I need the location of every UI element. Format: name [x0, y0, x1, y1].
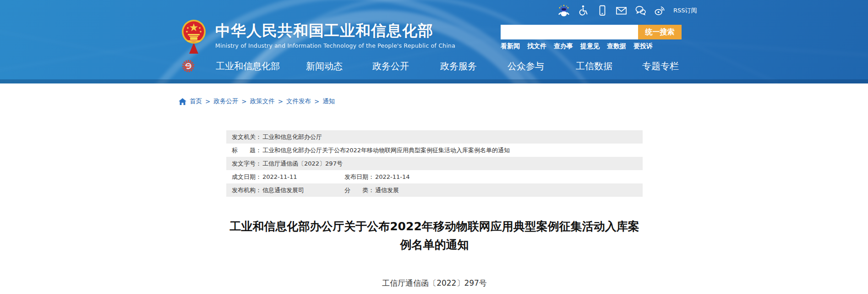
- header-bottom-strip: [0, 79, 868, 83]
- unified-search-button[interactable]: 统一搜索: [638, 25, 682, 39]
- site-title-cn: 中华人民共和国工业和信息化部: [215, 22, 455, 39]
- miit-e-logo-icon: [182, 60, 195, 72]
- wechat-icon[interactable]: [635, 5, 646, 17]
- breadcrumb-separator: >: [205, 98, 210, 105]
- topbar-utility-icons: RSS订阅: [558, 5, 697, 17]
- site-header: 中华人民共和国工业和信息化部 Ministry of Industry and …: [0, 0, 868, 83]
- document-meta-table: 发文机关：工业和信息化部办公厅 标 题：工业和信息化部办公厅关于公布2022年移…: [226, 130, 643, 197]
- nav-item-public-participation[interactable]: 公众参与: [508, 60, 544, 72]
- ai-assistant-mascot-icon[interactable]: [558, 5, 569, 17]
- breadcrumb-separator: >: [278, 98, 283, 105]
- breadcrumb-file-release[interactable]: 文件发布: [286, 97, 311, 105]
- site-logo-link[interactable]: 中华人民共和国工业和信息化部 Ministry of Industry and …: [215, 22, 455, 49]
- main-navigation: 工业和信息化部 新闻动态 政务公开 政务服务 公众参与 工信数据 专题专栏: [0, 59, 868, 77]
- meta-value: 2022-11-11: [262, 173, 297, 180]
- meta-row-issuing-agency: 发文机关：工业和信息化部办公厅: [226, 130, 643, 144]
- mail-icon[interactable]: [616, 5, 627, 17]
- mobile-icon[interactable]: [596, 5, 608, 17]
- quick-link-data[interactable]: 查数据: [607, 42, 626, 50]
- breadcrumb-policy-files[interactable]: 政策文件: [250, 97, 275, 105]
- rss-subscribe-link[interactable]: RSS订阅: [673, 6, 697, 15]
- quick-link-news[interactable]: 看新闻: [501, 42, 520, 50]
- meta-value: 工信厅通信函〔2022〕297号: [262, 160, 343, 167]
- meta-row-publisher-category: 发布机构：信息通信发展司 分 类：通信发展: [226, 183, 643, 197]
- breadcrumb-notice[interactable]: 通知: [322, 97, 335, 105]
- meta-label: 发布机构：: [232, 187, 262, 194]
- breadcrumb-separator: >: [241, 98, 246, 105]
- meta-row-doc-number: 发文字号：工信厅通信函〔2022〕297号: [226, 157, 643, 170]
- search-bar: 统一搜索: [501, 25, 682, 39]
- accessibility-icon[interactable]: [577, 5, 589, 17]
- meta-cell-category: 分 类：通信发展: [344, 183, 399, 197]
- meta-row-title: 标 题：工业和信息化部办公厅关于公布2022年移动物联网应用典型案例征集活动入库…: [226, 144, 643, 157]
- meta-value: 工业和信息化部办公厅: [262, 133, 322, 140]
- quick-link-complaint[interactable]: 要投诉: [633, 42, 653, 50]
- article-doc-number: 工信厅通信函〔2022〕297号: [226, 278, 643, 288]
- page: 中华人民共和国工业和信息化部 Ministry of Industry and …: [0, 0, 868, 294]
- quick-links: 看新闻 找文件 查办事 提意见 查数据 要投诉: [501, 42, 653, 50]
- meta-label: 分 类：: [344, 187, 374, 194]
- breadcrumb: 首页 > 政务公开 > 政策文件 > 文件发布 > 通知: [179, 97, 335, 105]
- quick-link-feedback[interactable]: 提意见: [580, 42, 600, 50]
- nav-item-gov-disclosure[interactable]: 政务公开: [372, 60, 409, 72]
- site-title-en: Ministry of Industry and Information Tec…: [215, 42, 455, 49]
- quick-link-services[interactable]: 查办事: [554, 42, 573, 50]
- nav-item-miit-data[interactable]: 工信数据: [576, 60, 612, 72]
- meta-value: 2022-11-14: [375, 173, 410, 180]
- main-content: 首页 > 政务公开 > 政策文件 > 文件发布 > 通知 发文机关：工业和信息化…: [0, 83, 868, 294]
- article-title: 工业和信息化部办公厅关于公布2022年移动物联网应用典型案例征集活动入库案例名单…: [226, 217, 643, 254]
- meta-label: 成文日期：: [232, 173, 262, 180]
- quick-link-files[interactable]: 找文件: [527, 42, 546, 50]
- meta-value: 通信发展: [375, 187, 399, 194]
- home-icon[interactable]: [179, 98, 186, 105]
- meta-value: 工业和信息化部办公厅关于公布2022年移动物联网应用典型案例征集活动入库案例名单…: [262, 147, 510, 154]
- meta-label: 发布日期：: [344, 173, 374, 180]
- meta-label: 发文机关：: [232, 133, 262, 140]
- meta-row-dates: 成文日期：2022-11-11 发布日期：2022-11-14: [226, 170, 643, 183]
- meta-cell-publish-date: 发布日期：2022-11-14: [344, 170, 410, 183]
- nav-item-gov-services[interactable]: 政务服务: [440, 60, 477, 72]
- search-input[interactable]: [501, 25, 638, 39]
- breadcrumb-home[interactable]: 首页: [190, 97, 202, 105]
- nav-item-news[interactable]: 新闻动态: [306, 60, 343, 72]
- weibo-icon[interactable]: [654, 5, 666, 17]
- meta-label: 发文字号：: [232, 160, 262, 167]
- nav-item-special-columns[interactable]: 专题专栏: [642, 60, 679, 72]
- meta-value: 信息通信发展司: [262, 187, 304, 194]
- national-emblem: [181, 19, 206, 54]
- breadcrumb-separator: >: [314, 98, 319, 105]
- meta-label: 标 题：: [232, 147, 262, 154]
- nav-item-miit[interactable]: 工业和信息化部: [216, 60, 280, 72]
- breadcrumb-gov-disclosure[interactable]: 政务公开: [213, 97, 238, 105]
